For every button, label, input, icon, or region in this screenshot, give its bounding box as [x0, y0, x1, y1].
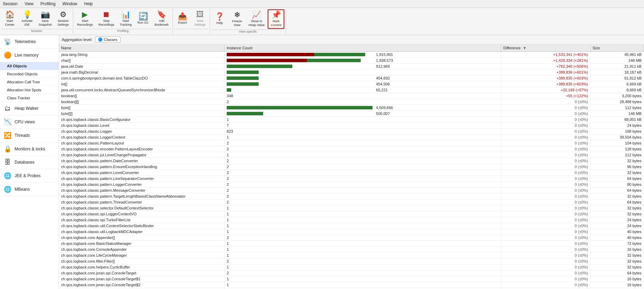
col-size[interactable]: Size [590, 44, 644, 52]
table-row[interactable]: boolean[][]20 (±0%)28,488 bytes [59, 99, 644, 105]
table-row[interactable]: ch.qos.logback.classic.selector.DefaultC… [59, 205, 644, 211]
start-recordings-button[interactable]: ▶ StartRecordings [75, 9, 95, 28]
cell-instance-count: 1 [225, 217, 501, 223]
freeze-view-button[interactable]: ❄ FreezeView [229, 9, 245, 29]
cell-size: 3,200 bytes [590, 93, 644, 99]
sidebar-item-jee-probes[interactable]: 🌐 JEE & Probes [0, 169, 59, 183]
table-row[interactable]: ch.qos.logback.core.joran.spi.ConsoleTar… [59, 288, 644, 289]
cell-difference: +1,533,341 (+401%) [501, 51, 590, 57]
sidebar-item-telemetries[interactable]: 📡 Telemetries [0, 35, 59, 49]
table-row[interactable]: com.li.springbootproject.domain.test.Tab… [59, 75, 644, 81]
menu-help[interactable]: Help [83, 1, 94, 7]
sidebar-item-threads[interactable]: 🔀 Threads [0, 129, 59, 142]
table-row[interactable]: byte[]4,509,6660 (±0%)112 bytes [59, 105, 644, 110]
bar-green [227, 112, 263, 115]
cell-name: ch.qos.logback.classic.pattern.MessageCo… [59, 187, 225, 193]
table-row[interactable]: ch.qos.logback.classic.pattern.TargetLen… [59, 193, 644, 199]
sidebar-item-monitors-locks[interactable]: 🔒 Monitors & locks [0, 142, 59, 156]
threads-icon: 🔀 [3, 132, 12, 139]
help-button[interactable]: ❓ Help [211, 9, 228, 29]
table-row[interactable]: java.math.BigDecimal+389,836 (+601%)18,1… [59, 69, 644, 75]
table-row[interactable]: ch.qos.logback.core.joran.spi.ConsoleTar… [59, 282, 644, 288]
table-row[interactable]: ch.qos.logback.classic.Logger8230 (±0%)1… [59, 128, 644, 134]
col-instance-count[interactable]: Instance Count [225, 44, 501, 52]
sidebar-sub-recorded-objects[interactable]: Recorded Objects [0, 70, 59, 78]
table-row[interactable]: ch.qos.logback.classic.pattern.LevelConv… [59, 170, 644, 175]
cell-difference: 0 (±0%) [501, 258, 590, 264]
mark-current-button[interactable]: 📌 MarkCurrent [268, 9, 284, 29]
table-row[interactable]: char[]1,938,573+1,429,334 (+281%)148 MB [59, 57, 644, 63]
cell-size: 104 bytes [590, 140, 644, 146]
aggregation-classes-button[interactable]: Classes [95, 36, 120, 43]
cell-size: 61,812 kB [590, 75, 644, 81]
add-bookmark-button[interactable]: 🔖 AddBookmark [152, 9, 171, 28]
activate-ide-button[interactable]: 💡 ActivateIDE [19, 9, 35, 28]
session-settings-button[interactable]: ⚙ SessionSettings [55, 9, 72, 28]
table-row[interactable]: ch.qos.logback.classic.spi.LoggerContext… [59, 211, 644, 217]
table-row[interactable]: ch.qos.logback.classic.spi.TurboFilterLi… [59, 217, 644, 223]
table-row[interactable]: ch.qos.logback.core.LifeCycleManager10 (… [59, 252, 644, 258]
table-row[interactable]: ch.qos.logback.classic.pattern.LineSepar… [59, 175, 644, 181]
table-row[interactable]: ch.qos.logback.classic.PatternLayout20 (… [59, 140, 644, 146]
bar-red [227, 53, 314, 56]
table-row[interactable]: ch.qos.logback.classic.Level70 (±0%)24 b… [59, 122, 644, 128]
sidebar-sub-allocation-call-tree[interactable]: Allocation Call Tree [0, 78, 59, 86]
show-in-heap-button[interactable]: 📈 Show InHeap Value [246, 9, 267, 29]
table-row[interactable]: byte[][]500,0070 (±0%)148 MB [59, 110, 644, 116]
run-gc-button[interactable]: 🔄 Run GC [135, 9, 151, 28]
save-snapshot-button[interactable]: 📷 SaveSnapshot [36, 9, 54, 28]
sidebar-item-databases[interactable]: 🗄 Databases [0, 156, 59, 169]
col-name[interactable]: Name [59, 44, 225, 52]
sidebar-item-cpu-views[interactable]: 📉 CPU views [0, 115, 59, 129]
cell-size: 40 bytes [590, 229, 644, 234]
sidebar-item-live-memory[interactable]: 🟠 Live memory [0, 49, 59, 62]
table-row[interactable]: ch.qos.logback.classic.util.ContextSelec… [59, 223, 644, 229]
col-difference[interactable]: Difference ▼ [501, 44, 590, 52]
table-row[interactable]: int[]454,506+389,835 (+603%)6,669 kB [59, 81, 644, 87]
menu-window[interactable]: Window [61, 1, 79, 7]
table-row[interactable]: ch.qos.logback.classic.pattern.LoggerCon… [59, 181, 644, 187]
sidebar-item-mbeans[interactable]: 🌐 MBeans [0, 183, 59, 196]
table-row[interactable]: ch.qos.logback.classic.pattern.EnsureExc… [59, 164, 644, 170]
sidebar-sub-all-objects[interactable]: All Objects [0, 62, 59, 70]
table-row[interactable]: ch.qos.logback.core.BasicStatusManager10… [59, 240, 644, 246]
sidebar-sub-allocation-hot-spots[interactable]: Allocation Hot Spots [0, 86, 59, 94]
cell-size: 24 bytes [590, 223, 644, 229]
start-tracking-button[interactable]: 📊 StartTracking [117, 9, 134, 28]
cell-name: ch.qos.logback.classic.LoggerContext [59, 134, 225, 140]
table-row[interactable]: ch.qos.logback.classic.encoder.PatternLa… [59, 146, 644, 152]
export-button[interactable]: 📤 Export [174, 9, 191, 28]
menu-profiling[interactable]: Profiling [39, 1, 57, 7]
main-area: 📡 Telemetries 🟠 Live memory All Objects … [0, 35, 644, 289]
table-row[interactable]: ch.qos.logback.core.joran.spi.ConsoleTar… [59, 270, 644, 276]
table-row[interactable]: ch.qos.logback.classic.util.LogbackMDCAd… [59, 229, 644, 234]
table-row[interactable]: java.util.concurrent.locks.AbstractQueue… [59, 87, 644, 93]
cell-size: 72 bytes [590, 240, 644, 246]
menu-session[interactable]: Session [1, 1, 19, 7]
table-row[interactable]: java.lang.String1,915,901+1,533,341 (+40… [59, 51, 644, 57]
objects-table-wrapper: Name Instance Count Difference ▼ Size ja… [59, 44, 644, 289]
sidebar-sub-class-tracker[interactable]: Class Tracker [0, 94, 59, 102]
start-center-button[interactable]: 🏠 StartCenter [1, 9, 18, 28]
table-row[interactable]: ch.qos.logback.classic.pattern.DateConve… [59, 158, 644, 164]
stop-recordings-button[interactable]: ⏹ StopRecordings [96, 9, 117, 28]
table-row[interactable]: ch.qos.logback.core.helpers.CyclicBuffer… [59, 264, 644, 270]
table-row[interactable]: ch.qos.logback.core.joran.spi.ConsoleTar… [59, 276, 644, 282]
table-row[interactable]: ch.qos.logback.classic.jul.LevelChangePr… [59, 152, 644, 158]
table-row[interactable]: java.util.Date912,969+762,340 (+506%)21,… [59, 63, 644, 69]
table-row[interactable]: ch.qos.logback.core.filter.Filter[]20 (±… [59, 258, 644, 264]
cell-difference: 0 (±0%) [501, 217, 590, 223]
table-row[interactable]: ch.qos.logback.classic.LoggerContext10 (… [59, 134, 644, 140]
menu-view[interactable]: View [23, 1, 35, 7]
cell-difference: 0 (±0%) [501, 175, 590, 181]
table-row[interactable]: ch.qos.logback.core.ConsoleAppender10 (±… [59, 246, 644, 252]
aggregation-bar: Aggregation level: Classes [59, 35, 644, 44]
table-row[interactable]: boolean[]348+55 (+122%)3,200 bytes [59, 93, 644, 99]
table-row[interactable]: ch.qos.logback.classic.BasicConfigurator… [59, 116, 644, 122]
sidebar-item-heap-walker[interactable]: 🗂 Heap Walker [0, 102, 59, 115]
table-row[interactable]: ch.qos.logback.classic.pattern.ThreadCon… [59, 199, 644, 205]
table-row[interactable]: ch.qos.logback.core.Appender[]20 (±0%)40… [59, 234, 644, 240]
cell-instance-count: 2 [225, 270, 501, 276]
table-row[interactable]: ch.qos.logback.classic.pattern.MessageCo… [59, 187, 644, 193]
view-settings-button[interactable]: 🖼 ViewSettings [192, 9, 208, 28]
